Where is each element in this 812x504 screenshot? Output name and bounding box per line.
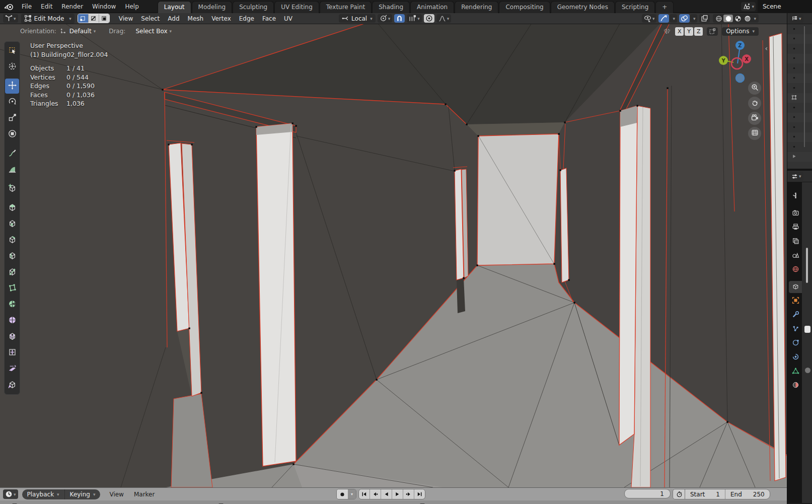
tab-layout[interactable]: Layout <box>158 1 191 13</box>
mirror-y-button[interactable]: Y <box>685 27 693 36</box>
tool-measure[interactable] <box>5 162 19 177</box>
timeline-marker-menu[interactable]: Marker <box>129 489 160 499</box>
vmenu-face[interactable]: Face <box>258 14 280 24</box>
use-preview-range-button[interactable] <box>673 489 686 499</box>
props-tab-data[interactable] <box>789 366 802 378</box>
tab-rendering[interactable]: Rendering <box>455 1 498 13</box>
tool-rip-region[interactable] <box>5 378 19 393</box>
ortho-grid-button[interactable] <box>748 127 761 140</box>
vertex-select-button[interactable] <box>78 14 89 23</box>
show-overlays-toggle[interactable] <box>679 14 690 23</box>
snap-with-dropdown[interactable]: ▾ <box>407 14 422 23</box>
proportional-editing-toggle[interactable] <box>424 14 434 23</box>
edge-select-button[interactable] <box>89 14 99 23</box>
tab-sculpting[interactable]: Sculpting <box>233 1 274 13</box>
outliner-row[interactable] <box>787 44 812 54</box>
play-reverse-button[interactable] <box>381 489 392 499</box>
options-dropdown[interactable]: Options▾ <box>722 27 759 36</box>
tool-edge-slide[interactable] <box>5 329 19 344</box>
proportional-falloff-dropdown[interactable]: ▾ <box>436 14 452 23</box>
show-gizmo-dropdown[interactable]: ▾ <box>670 14 677 23</box>
props-tab-view-layer[interactable] <box>789 236 802 248</box>
props-tab-scene[interactable] <box>789 250 802 262</box>
gizmo-neg-z-axis[interactable] <box>736 74 745 83</box>
menu-edit[interactable]: Edit <box>36 1 57 12</box>
scene-icon[interactable]: ▾ <box>741 2 756 11</box>
tool-smooth[interactable] <box>5 313 19 328</box>
tool-move[interactable] <box>5 79 19 94</box>
props-tab-render[interactable] <box>789 207 802 220</box>
scene-name-field[interactable]: Scene <box>758 0 812 13</box>
auto-key-record-button[interactable] <box>337 489 348 499</box>
mirror-z-button[interactable]: Z <box>694 27 703 36</box>
snap-base-button[interactable] <box>707 27 718 36</box>
pan-button[interactable] <box>748 97 761 110</box>
outliner-row[interactable] <box>787 63 812 74</box>
mode-dropdown[interactable]: Edit Mode ▾ <box>21 14 75 24</box>
outliner-row[interactable] <box>787 54 812 64</box>
tool-shrink-fatten[interactable] <box>5 345 19 361</box>
tab-geometry-nodes[interactable]: Geometry Nodes <box>551 1 615 13</box>
outliner-row[interactable] <box>787 142 812 152</box>
timeline-view-menu[interactable]: View <box>104 489 128 499</box>
shading-material-button[interactable] <box>733 15 743 22</box>
shading-solid-button[interactable] <box>723 15 733 22</box>
tab-animation[interactable]: Animation <box>410 1 454 13</box>
tool-scale[interactable] <box>5 111 19 126</box>
play-button[interactable] <box>392 489 403 499</box>
vmenu-select[interactable]: Select <box>137 14 164 24</box>
editor-type-dropdown[interactable]: ▾ <box>3 14 18 23</box>
snap-toggle-magnet-icon[interactable] <box>394 14 405 23</box>
outliner-row[interactable] <box>787 122 812 132</box>
outliner-row[interactable] <box>787 83 812 93</box>
tab-shading[interactable]: Shading <box>372 1 410 13</box>
props-tab-world[interactable] <box>789 264 802 276</box>
mirror-x-button[interactable]: X <box>675 27 684 36</box>
toggle-xray-button[interactable] <box>699 14 710 23</box>
gizmo-neg-x-axis[interactable] <box>731 58 743 69</box>
tool-loop-cut[interactable] <box>5 249 19 264</box>
tab-add-workspace[interactable]: + <box>655 1 674 13</box>
props-tab-constraints[interactable] <box>789 351 802 364</box>
menu-render[interactable]: Render <box>57 1 88 12</box>
timeline-editor-type-dropdown[interactable]: ▾ <box>3 489 18 499</box>
tool-transform[interactable] <box>5 127 19 142</box>
tab-uv-editing[interactable]: UV Editing <box>274 1 319 13</box>
tool-cursor[interactable] <box>5 59 19 75</box>
zoom-button[interactable] <box>748 82 761 95</box>
props-tab-tool[interactable] <box>789 190 802 202</box>
props-tab-object[interactable] <box>789 295 802 307</box>
show-visibility-dropdown[interactable]: ▾ <box>642 14 657 23</box>
vmenu-vertex[interactable]: Vertex <box>207 14 235 24</box>
sidebar-collapse-arrow[interactable]: ‹ <box>765 44 768 52</box>
outliner-row[interactable] <box>787 113 812 123</box>
outliner-scrollbar[interactable] <box>804 26 805 147</box>
tool-add-cube[interactable] <box>5 181 19 196</box>
tab-scripting[interactable]: Scripting <box>615 1 655 13</box>
vmenu-add[interactable]: Add <box>164 14 183 24</box>
tool-spin[interactable] <box>5 297 19 312</box>
menu-window[interactable]: Window <box>88 1 120 12</box>
tab-modeling[interactable]: Modeling <box>192 1 233 13</box>
orientation-default-dropdown[interactable]: Default <box>69 28 92 35</box>
shading-rendered-button[interactable] <box>743 15 752 22</box>
outliner-row[interactable] <box>787 34 812 44</box>
outliner-row-active[interactable] <box>787 93 812 103</box>
props-tab-output[interactable] <box>789 222 802 234</box>
vmenu-edge[interactable]: Edge <box>235 14 258 24</box>
next-keyframe-button[interactable] <box>403 489 414 499</box>
current-frame-field[interactable]: 1 <box>624 489 671 498</box>
tool-select-box[interactable] <box>5 43 19 58</box>
tool-shear[interactable] <box>5 362 19 377</box>
face-select-button[interactable] <box>99 14 109 23</box>
outliner-row[interactable] <box>787 103 812 113</box>
props-tab-modifiers[interactable] <box>789 309 802 321</box>
3d-viewport-canvas[interactable]: Orientation: Default ▾ Drag: Select Box … <box>0 24 787 487</box>
auto-key-dropdown[interactable]: ▾ <box>348 489 356 499</box>
tool-annotate[interactable] <box>5 146 19 161</box>
tool-rotate[interactable] <box>5 95 19 110</box>
shading-wireframe-button[interactable] <box>714 15 723 22</box>
outliner-editor-dropdown[interactable]: ▾ <box>789 14 803 23</box>
vmenu-mesh[interactable]: Mesh <box>184 14 208 24</box>
outliner-row[interactable] <box>787 74 812 84</box>
